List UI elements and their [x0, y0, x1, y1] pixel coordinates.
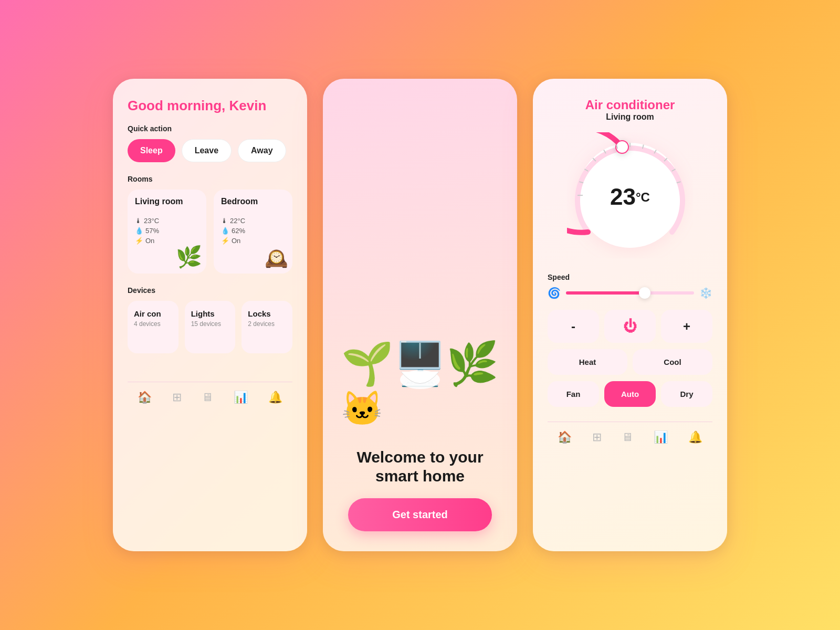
ac-mode-heat[interactable]: Heat — [548, 349, 627, 375]
greeting: Good morning, Kevin — [128, 98, 292, 114]
thermostat-temp-display: 23°C — [610, 184, 650, 210]
rooms-label: Rooms — [128, 175, 292, 183]
room-temp-bedroom: 🌡 22°C — [221, 217, 245, 225]
speed-label: Speed — [548, 273, 712, 281]
device-lights-count: 15 devices — [191, 320, 229, 328]
quick-actions: Sleep Leave Away — [128, 139, 292, 162]
nav-ac-bell-icon[interactable]: 🔔 — [688, 430, 702, 444]
device-locks[interactable]: Locks 2 devices — [242, 301, 292, 353]
svg-point-3 — [616, 141, 628, 153]
room-name-living: Living room — [135, 197, 199, 206]
room-temp-living: 🌡 23°C — [135, 217, 159, 225]
ac-mode-fan[interactable]: Fan — [548, 381, 599, 407]
ac-mode-auto[interactable]: Auto — [604, 381, 656, 407]
nav-monitor-icon[interactable]: 🖥 — [202, 391, 213, 404]
speed-fill — [566, 291, 643, 295]
welcome-text-block: Welcome to your smart home Get started — [338, 437, 502, 537]
welcome-title: Welcome to your smart home — [348, 448, 492, 486]
sleep-button[interactable]: Sleep — [128, 139, 175, 162]
nav-grid-icon[interactable]: ⊞ — [172, 391, 182, 404]
fan-fast-icon: ❄️ — [699, 287, 712, 299]
leave-button[interactable]: Leave — [182, 139, 232, 162]
ac-title-block: Air conditioner Living room — [548, 98, 712, 122]
room-power-living: ⚡ On — [135, 237, 159, 245]
speed-slider-row: 🌀 ❄️ — [548, 287, 712, 299]
thermostat-temp-unit: °C — [636, 190, 650, 204]
device-aircon-name: Air con — [134, 309, 172, 318]
ac-minus-button[interactable]: - — [548, 310, 599, 343]
speed-knob[interactable] — [639, 287, 650, 299]
nav-ac-grid-icon[interactable]: ⊞ — [592, 430, 602, 444]
room-humidity-bedroom: 💧 62% — [221, 227, 245, 235]
device-aircon-count: 4 devices — [134, 320, 172, 328]
ac-mode-dry[interactable]: Dry — [661, 381, 712, 407]
ac-title-main: Air conditioner — [548, 98, 712, 112]
phone-ac: Air conditioner Living room — [533, 79, 727, 551]
speed-track — [566, 291, 694, 295]
room-card-bedroom[interactable]: Bedroom 🌡 22°C 💧 62% ⚡ On 🕰️ — [214, 190, 292, 274]
phones-container: Good morning, Kevin Quick action Sleep L… — [81, 58, 759, 572]
room-clock-icon: 🕰️ — [265, 247, 288, 269]
room-power-bedroom: ⚡ On — [221, 237, 245, 245]
room-card-living[interactable]: Living room 🌡 23°C 💧 57% ⚡ On 🌿 — [128, 190, 206, 274]
thermostat-container: 23°C — [548, 132, 712, 258]
nav-bell-icon[interactable]: 🔔 — [268, 391, 282, 404]
get-started-button[interactable]: Get started — [348, 498, 492, 531]
device-aircon[interactable]: Air con 4 devices — [128, 301, 178, 353]
greeting-text: Good morning, — [128, 98, 225, 113]
rooms-grid: Living room 🌡 23°C 💧 57% ⚡ On 🌿 Bedroom … — [128, 190, 292, 274]
speed-section: Speed 🌀 ❄️ — [548, 273, 712, 299]
bottom-nav-home: 🏠 ⊞ 🖥 📊 🔔 — [128, 382, 292, 404]
ac-title-sub: Living room — [548, 112, 712, 122]
bottom-nav-ac: 🏠 ⊞ 🖥 📊 🔔 — [548, 422, 712, 444]
room-name-bedroom: Bedroom — [221, 197, 285, 206]
lamp-svg — [399, 343, 441, 406]
ac-mode-cool[interactable]: Cool — [633, 349, 712, 375]
nav-ac-home-icon[interactable]: 🏠 — [558, 430, 572, 444]
ac-controls-row: - ⏻ + — [548, 310, 712, 343]
quick-action-label: Quick action — [128, 124, 292, 133]
welcome-illustration: 🌱🖥️🌿🐱 — [338, 343, 502, 437]
devices-grid: Air con 4 devices Lights 15 devices Lock… — [128, 301, 292, 353]
greeting-name: Kevin — [229, 98, 267, 113]
device-lights-name: Lights — [191, 309, 229, 318]
ac-plus-button[interactable]: + — [661, 310, 712, 343]
ac-power-button[interactable]: ⏻ — [604, 310, 656, 343]
nav-ac-stats-icon[interactable]: 📊 — [654, 430, 668, 444]
device-lights[interactable]: Lights 15 devices — [185, 301, 236, 353]
nav-stats-icon[interactable]: 📊 — [234, 391, 248, 404]
thermostat-temp-value: 23 — [610, 184, 636, 209]
room-plant-icon: 🌿 — [176, 245, 202, 269]
fan-slow-icon: 🌀 — [548, 287, 561, 299]
nav-ac-monitor-icon[interactable]: 🖥 — [622, 430, 633, 444]
ac-mode-row-1: Heat Cool — [548, 349, 712, 375]
room-humidity-living: 💧 57% — [135, 227, 159, 235]
device-locks-count: 2 devices — [248, 320, 286, 328]
phone-welcome: 🌱🖥️🌿🐱 Welcome to your smart home Get sta… — [323, 79, 517, 551]
devices-section: Devices Air con 4 devices Lights 15 devi… — [128, 286, 292, 353]
devices-label: Devices — [128, 286, 292, 295]
away-button[interactable]: Away — [238, 139, 286, 162]
device-locks-name: Locks — [248, 309, 286, 318]
phone-home: Good morning, Kevin Quick action Sleep L… — [113, 79, 307, 551]
room-stats-bedroom: 🌡 22°C 💧 62% ⚡ On — [221, 217, 245, 245]
nav-home-icon[interactable]: 🏠 — [138, 391, 152, 404]
rooms-section: Rooms Living room 🌡 23°C 💧 57% ⚡ On 🌿 Be… — [128, 175, 292, 274]
room-stats-living: 🌡 23°C 💧 57% ⚡ On — [135, 217, 159, 245]
ac-mode-row-2: Fan Auto Dry — [548, 381, 712, 407]
